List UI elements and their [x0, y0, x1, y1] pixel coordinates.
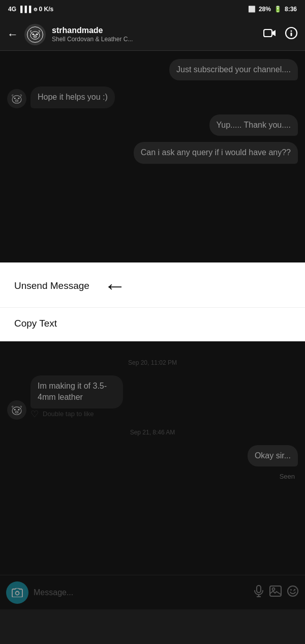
arrow-indicator: ←: [104, 275, 126, 297]
signal-text: 4G: [8, 6, 16, 13]
sim-icon: ⬜: [248, 6, 256, 13]
contact-avatar: [24, 24, 46, 45]
wifi-icon: ⌾: [34, 6, 37, 13]
svg-point-6: [35, 36, 36, 37]
contact-info: strhandmade Shell Cordovan & Leather C..…: [52, 26, 257, 43]
battery-icon: 🔋: [274, 6, 282, 13]
svg-point-4: [34, 35, 37, 37]
status-bar: 4G ▐▐▐ ⌾ 0 K/s ⬜ 28% 🔋 8:36: [0, 0, 305, 18]
svg-point-5: [34, 36, 35, 37]
chat-header: ← strhandmade Shell Cordovan & Leather C…: [0, 18, 305, 51]
status-right: ⬜ 28% 🔋 8:36: [248, 6, 297, 13]
time-display: 8:36: [285, 6, 297, 13]
data-speed: 0 K/s: [39, 6, 54, 13]
info-button[interactable]: [285, 26, 298, 43]
contact-subtitle: Shell Cordovan & Leather C...: [52, 36, 257, 43]
back-button[interactable]: ←: [7, 28, 18, 41]
svg-rect-7: [264, 30, 272, 37]
svg-point-0: [27, 26, 43, 42]
video-call-button[interactable]: [263, 28, 277, 41]
svg-rect-10: [291, 33, 292, 36]
unsend-message-option[interactable]: Unsend Message ←: [0, 265, 305, 308]
status-left: 4G ▐▐▐ ⌾ 0 K/s: [8, 6, 53, 13]
copy-text-label: Copy Text: [14, 318, 57, 329]
signal-bars: ▐▐▐: [18, 6, 32, 13]
header-actions: [263, 26, 298, 43]
contact-name: strhandmade: [52, 26, 257, 35]
copy-text-option[interactable]: Copy Text: [0, 308, 305, 339]
svg-point-9: [291, 30, 292, 32]
unsend-label: Unsend Message: [14, 280, 89, 291]
context-menu: Unsend Message ← Copy Text: [0, 262, 305, 341]
battery-text: 28%: [259, 6, 271, 13]
